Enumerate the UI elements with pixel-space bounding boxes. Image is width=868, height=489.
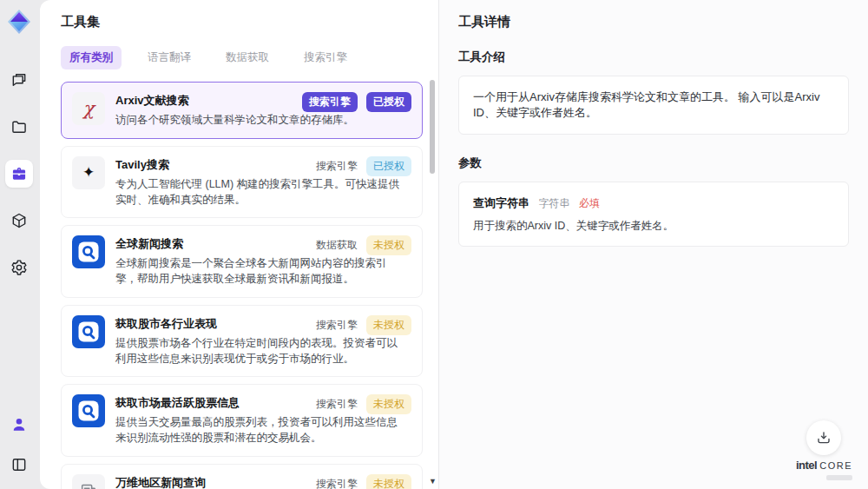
sparkle-icon: ✦	[72, 156, 105, 189]
main-area: 工具集 所有类别语言翻译数据获取搜索引擎 χ Arxiv文献搜索 访问各个研究领…	[40, 0, 868, 489]
sidebar-nav	[5, 66, 33, 281]
download-button[interactable]	[806, 420, 841, 455]
tool-description: 访问各个研究领域大量科学论文和文章的存储库。	[115, 113, 406, 129]
category-badge: 搜索引擎	[316, 477, 358, 489]
search-app-icon	[72, 235, 105, 268]
arxiv-icon: χ	[72, 92, 105, 125]
search-app-icon	[72, 315, 105, 348]
params-section-title: 参数	[458, 155, 849, 171]
scrollbar[interactable]	[429, 80, 435, 475]
category-badge: 搜索引擎	[316, 159, 358, 174]
sidebar-item-profile[interactable]	[5, 411, 33, 439]
tool-list-panel: 工具集 所有类别语言翻译数据获取搜索引擎 χ Arxiv文献搜索 访问各个研究领…	[40, 0, 439, 489]
search-app-icon	[72, 394, 105, 427]
folder-icon	[10, 118, 28, 135]
sidebar-item-panels[interactable]	[5, 451, 33, 479]
tab-all-categories[interactable]: 所有类别	[61, 46, 122, 69]
tool-card[interactable]: 万维地区新闻查询 查询具体行政区划内的新闻，快速了解各地新闻动 搜索引擎 未授权	[61, 464, 423, 489]
tab-search-engine[interactable]: 搜索引擎	[295, 46, 356, 69]
page-title: 工具集	[61, 14, 438, 30]
auth-status-badge: 未授权	[366, 394, 411, 414]
tool-detail-panel: 工具详情 工具介绍 一个用于从Arxiv存储库搜索科学论文和文章的工具。 输入可…	[439, 0, 868, 489]
category-tabs: 所有类别语言翻译数据获取搜索引擎	[61, 46, 438, 69]
cube-icon	[10, 212, 28, 229]
tool-card[interactable]: χ Arxiv文献搜索 访问各个研究领域大量科学论文和文章的存储库。 搜索引擎 …	[61, 82, 423, 139]
app-window: 工具集 所有类别语言翻译数据获取搜索引擎 χ Arxiv文献搜索 访问各个研究领…	[0, 0, 868, 489]
intel-core-logo: intel CORE	[796, 459, 852, 472]
intro-section-title: 工具介绍	[458, 50, 849, 65]
category-badge: 搜索引擎	[316, 397, 358, 412]
news-icon	[72, 474, 105, 489]
gear-icon	[10, 259, 28, 276]
tool-list: χ Arxiv文献搜索 访问各个研究领域大量科学论文和文章的存储库。 搜索引擎 …	[61, 82, 438, 489]
tool-description: 全球新闻搜索是一个聚合全球各大新闻网站内容的搜索引擎，帮助用户快速获取全球最新资…	[115, 256, 406, 287]
tool-card[interactable]: 获取股市各行业表现 提供股票市场各个行业在特定时间段内的表现。投资者可以利用这些…	[61, 305, 423, 378]
tool-card[interactable]: 全球新闻搜索 全球新闻搜索是一个聚合全球各大新闻网站内容的搜索引擎，帮助用户快速…	[61, 225, 423, 298]
param-type: 字符串	[538, 197, 569, 209]
tab-data-fetch[interactable]: 数据获取	[217, 46, 278, 69]
param-name: 查询字符串	[473, 196, 529, 209]
auth-status-badge: 已授权	[366, 156, 411, 176]
category-badge: 搜索引擎	[316, 318, 358, 333]
download-icon	[816, 430, 832, 446]
category-badge: 数据获取	[316, 238, 358, 253]
category-badge: 搜索引擎	[302, 92, 358, 112]
tool-card[interactable]: 获取市场最活跃股票信息 提供当天交易量最高的股票列表，投资者可以利用这些信息来识…	[61, 384, 423, 457]
sidebar-item-chat[interactable]	[5, 66, 33, 94]
tool-description: 提供当天交易量最高的股票列表，投资者可以利用这些信息来识别流动性强的股票和潜在的…	[115, 415, 406, 446]
auth-status-badge: 已授权	[366, 92, 411, 112]
scroll-down-icon[interactable]: ▼	[429, 478, 437, 486]
param-desc: 用于搜索的Arxiv ID、关键字或作者姓名。	[473, 219, 834, 234]
param-head: 查询字符串 字符串 必填	[473, 195, 834, 211]
brand-sub-badge	[826, 475, 852, 480]
param-card: 查询字符串 字符串 必填 用于搜索的Arxiv ID、关键字或作者姓名。	[458, 182, 849, 247]
sidebar-item-models[interactable]	[5, 207, 33, 235]
tool-description: 专为人工智能代理 (LLM) 构建的搜索引擎工具。可快速提供实时、准确和真实的结…	[115, 177, 406, 208]
chat-icon	[10, 71, 28, 89]
sidebar-item-settings[interactable]	[5, 254, 33, 281]
auth-status-badge: 未授权	[366, 474, 411, 489]
tool-description: 提供股票市场各个行业在特定时间段内的表现。投资者可以利用这些信息来识别表现优于或…	[115, 336, 406, 367]
param-required-badge: 必填	[579, 197, 600, 209]
detail-title: 工具详情	[458, 14, 849, 30]
sidebar-item-tools[interactable]	[5, 160, 33, 188]
sidebar-bottom	[5, 411, 33, 479]
intro-text: 一个用于从Arxiv存储库搜索科学论文和文章的工具。 输入可以是Arxiv ID…	[458, 76, 849, 135]
panels-icon	[10, 456, 28, 473]
sidebar-item-folder[interactable]	[5, 113, 33, 141]
scrollbar-thumb[interactable]	[430, 80, 435, 174]
tool-card[interactable]: ✦ Tavily搜索 专为人工智能代理 (LLM) 构建的搜索引擎工具。可快速提…	[61, 146, 423, 219]
auth-status-badge: 未授权	[366, 315, 411, 335]
briefcase-icon	[10, 165, 28, 182]
sidebar	[0, 0, 38, 489]
user-icon	[10, 416, 28, 433]
app-logo[interactable]	[4, 7, 34, 36]
corner-widgets: intel CORE	[796, 420, 852, 480]
tab-language-translation[interactable]: 语言翻译	[139, 46, 200, 69]
auth-status-badge: 未授权	[366, 235, 411, 255]
